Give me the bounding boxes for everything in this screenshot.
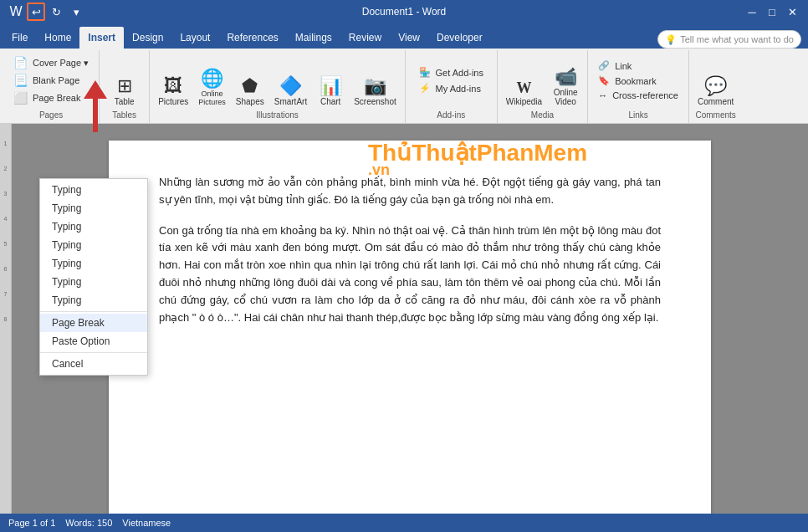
tab-mailings[interactable]: Mailings — [287, 27, 340, 49]
dropdown-typing-3[interactable]: Typing — [40, 217, 147, 236]
page-break-icon: ⬜ — [13, 91, 28, 105]
screenshot-button[interactable]: 📷 Screenshot — [350, 74, 400, 109]
blank-page-label: Blank Page — [33, 75, 79, 85]
dropdown-typing-6[interactable]: Typing — [40, 273, 147, 291]
media-group-label: Media — [531, 109, 554, 121]
online-video-label: OnlineVideo — [554, 88, 578, 106]
dropdown-page-break[interactable]: Page Break — [40, 314, 147, 332]
chart-icon: 📊 — [320, 77, 342, 95]
online-video-icon: 📹 — [555, 68, 577, 86]
bookmark-button[interactable]: 🔖 Bookmark — [593, 74, 683, 88]
cross-reference-button[interactable]: ↔ Cross-reference — [593, 89, 683, 102]
get-addins-label: Get Add-ins — [436, 68, 483, 78]
dropdown-paste-option[interactable]: Paste Option — [40, 332, 147, 350]
ruler-mark-8: 8 — [0, 316, 11, 322]
illustrations-items: 🖼 Pictures 🌐 OnlinePictures ⬟ Shapes 🔷 S… — [155, 52, 400, 109]
pictures-button[interactable]: 🖼 Pictures — [155, 74, 192, 109]
blank-page-button[interactable]: 📃 Blank Page — [8, 72, 94, 89]
dropdown-typing-4[interactable]: Typing — [40, 236, 147, 254]
cross-reference-icon: ↔ — [598, 90, 607, 100]
paragraph-1: Những làn sương mờ ảo vẫn còn phảng phất… — [159, 174, 661, 209]
pages-items: 📄 Cover Page ▾ 📃 Blank Page ⬜ Page Break — [8, 52, 94, 109]
tables-items: ⊞ Table — [108, 52, 141, 109]
close-button[interactable]: ✕ — [783, 3, 801, 21]
dropdown-typing-5[interactable]: Typing — [40, 254, 147, 273]
online-video-button[interactable]: 📹 OnlineVideo — [549, 65, 582, 109]
wikipedia-button[interactable]: W Wikipedia — [503, 78, 545, 109]
ribbon-wrapper: 📄 Cover Page ▾ 📃 Blank Page ⬜ Page Break… — [0, 49, 808, 124]
redo-button[interactable]: ↻ — [47, 3, 65, 21]
page-break-label: Page Break — [33, 93, 80, 103]
shapes-label: Shapes — [236, 97, 264, 106]
wikipedia-icon: W — [516, 80, 531, 95]
my-addins-button[interactable]: ⚡ My Add-ins — [414, 81, 488, 95]
dropdown-typing-1[interactable]: Typing — [40, 181, 147, 199]
minimize-button[interactable]: ─ — [743, 3, 761, 21]
window-controls: ─ □ ✕ — [743, 3, 801, 21]
comment-label: Comment — [698, 97, 734, 106]
cover-page-button[interactable]: 📄 Cover Page ▾ — [8, 54, 94, 71]
maximize-button[interactable]: □ — [763, 3, 781, 21]
shapes-button[interactable]: ⬟ Shapes — [233, 74, 268, 109]
ruler-mark-5: 5 — [0, 241, 11, 247]
table-button[interactable]: ⊞ Table — [108, 74, 141, 109]
ruler-mark-7: 7 — [0, 291, 11, 297]
language: Vietnamese — [122, 518, 171, 528]
tab-design[interactable]: Design — [124, 27, 171, 49]
link-label: Link — [615, 61, 632, 71]
dropdown-typing-7[interactable]: Typing — [40, 291, 147, 309]
more-button[interactable]: ▾ — [67, 3, 85, 21]
dropdown-cancel[interactable]: Cancel — [40, 355, 147, 373]
tab-insert[interactable]: Insert — [79, 27, 124, 49]
title-bar-left: W ↩ ↻ ▾ — [7, 3, 85, 21]
page-break-button[interactable]: ⬜ Page Break — [8, 90, 94, 106]
word-icon-button[interactable]: W — [7, 3, 25, 21]
get-addins-button[interactable]: 🏪 Get Add-ins — [414, 65, 488, 79]
tab-home[interactable]: Home — [36, 27, 79, 49]
bookmark-label: Bookmark — [615, 76, 657, 86]
blank-page-icon: 📃 — [13, 74, 28, 87]
tab-layout[interactable]: Layout — [171, 27, 218, 49]
tab-developer[interactable]: Developer — [428, 27, 491, 49]
group-tables: ⊞ Table Tables — [100, 50, 150, 123]
link-button[interactable]: 🔗 Link — [593, 59, 683, 73]
addins-group-label: Add-ins — [437, 109, 465, 121]
tab-references[interactable]: References — [218, 27, 286, 49]
online-pictures-button[interactable]: 🌐 OnlinePictures — [195, 67, 229, 109]
cover-page-label: Cover Page ▾ — [33, 58, 89, 69]
links-group-label: Links — [628, 109, 647, 121]
online-pictures-label: OnlinePictures — [198, 90, 226, 106]
quick-access-toolbar: W ↩ ↻ ▾ — [7, 3, 85, 21]
chart-button[interactable]: 📊 Chart — [314, 74, 347, 109]
tell-me-box[interactable]: 💡 Tell me what you want to do — [657, 30, 801, 49]
tab-file[interactable]: File — [3, 27, 36, 49]
cover-page-icon: 📄 — [13, 56, 28, 69]
addins-items: 🏪 Get Add-ins ⚡ My Add-ins — [414, 52, 488, 109]
link-icon: 🔗 — [598, 60, 610, 71]
shapes-icon: ⬟ — [242, 77, 258, 95]
dropdown-divider-2 — [40, 352, 147, 353]
cross-reference-label: Cross-reference — [612, 90, 678, 100]
comment-button[interactable]: 💬 Comment — [694, 74, 737, 109]
my-addins-label: My Add-ins — [436, 84, 481, 94]
comment-icon: 💬 — [704, 77, 727, 95]
tell-me-wrapper: 💡 Tell me what you want to do — [657, 30, 808, 49]
ruler-mark-2: 2 — [0, 166, 11, 171]
smartart-button[interactable]: 🔷 SmartArt — [271, 74, 310, 109]
dropdown-menu: Typing Typing Typing Typing Typing Typin… — [39, 178, 148, 376]
ribbon: 📄 Cover Page ▾ 📃 Blank Page ⬜ Page Break… — [0, 49, 808, 124]
paragraph-2: Con gà trống tía nhà em khoảng ba ký. Nh… — [159, 223, 661, 327]
dropdown-divider-1 — [40, 311, 147, 312]
tab-view[interactable]: View — [390, 27, 428, 49]
undo-button[interactable]: ↩ — [27, 3, 45, 21]
comments-group-label: Comments — [695, 109, 735, 121]
document-title: Document1 - Word — [362, 6, 446, 18]
document-page[interactable]: Những làn sương mờ ảo vẫn còn phảng phất… — [109, 141, 711, 514]
group-illustrations: 🖼 Pictures 🌐 OnlinePictures ⬟ Shapes 🔷 S… — [150, 50, 406, 123]
tab-review[interactable]: Review — [340, 27, 390, 49]
dropdown-typing-2[interactable]: Typing — [40, 199, 147, 217]
tell-me-text: Tell me what you want to do — [680, 34, 794, 44]
screenshot-icon: 📷 — [364, 77, 386, 95]
table-icon: ⊞ — [117, 77, 132, 95]
online-pictures-icon: 🌐 — [201, 69, 223, 88]
